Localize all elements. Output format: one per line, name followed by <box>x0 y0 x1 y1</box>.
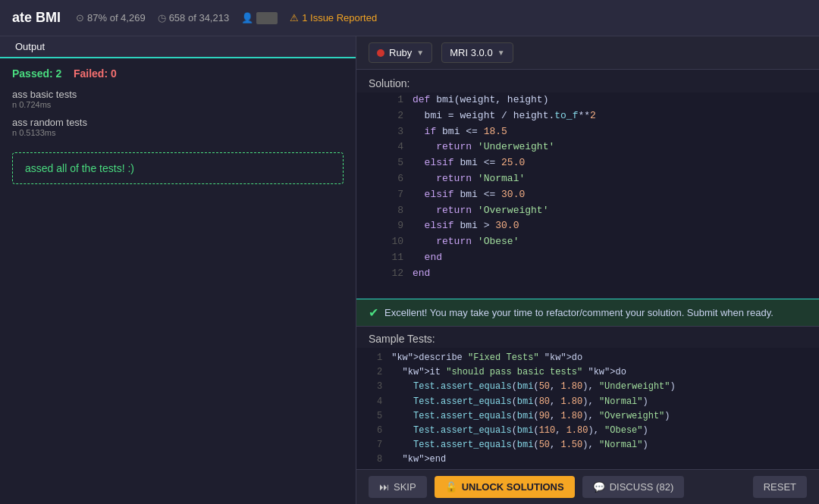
success-text: Excellent! You may take your time to ref… <box>384 307 774 318</box>
line-number: 1 <box>356 351 391 365</box>
skip-icon: ⏭ <box>379 481 389 493</box>
sample-code-row: 6 Test.assert_equals(bmi(110, 1.80), "Ob… <box>356 424 819 438</box>
line-number: 2 <box>356 108 413 124</box>
code-content: elsif bmi <= 25.0 <box>413 155 819 171</box>
ruby-dot <box>377 49 384 57</box>
stat-avatar: 👤 <box>241 12 278 24</box>
warning-icon: ⚠ <box>290 12 299 23</box>
code-content: end <box>413 250 819 266</box>
sample-tests-label: Sample Tests: <box>356 326 819 348</box>
code-row: 5 elsif bmi <= 25.0 <box>356 155 819 171</box>
sample-code-row: 4 Test.assert_equals(bmi(80, 1.80), "Nor… <box>356 395 819 409</box>
line-number: 4 <box>356 139 413 155</box>
code-table: 1 def bmi(weight, height) 2 bmi = weight… <box>356 92 819 282</box>
test-label: ass basic tests <box>12 89 344 100</box>
code-editor[interactable]: 1 def bmi(weight, height) 2 bmi = weight… <box>356 92 819 299</box>
language-label: Ruby <box>389 47 412 58</box>
chevron-down-icon-version: ▼ <box>497 49 505 57</box>
percent-icon: ⊙ <box>76 12 84 23</box>
avatar <box>256 12 278 24</box>
sample-code-row: 5 Test.assert_equals(bmi(90, 1.80), "Ove… <box>356 409 819 424</box>
sample-code-row: 3 Test.assert_equals(bmi(50, 1.80), "Und… <box>356 380 819 394</box>
test-section: ass random tests n 0.5133ms <box>12 117 344 137</box>
code-content: end <box>413 266 819 282</box>
code-row: 8 return 'Overweight' <box>356 203 819 219</box>
code-row: 11 end <box>356 250 819 266</box>
output-content: Passed: 2 Failed: 0 ass basic tests n 0.… <box>0 58 356 504</box>
line-number: 2 <box>356 365 391 380</box>
line-number: 12 <box>356 266 413 282</box>
stat-percent: ⊙ 87% of 4,269 <box>76 12 146 23</box>
test-time: n 0.5133ms <box>12 128 344 137</box>
line-number: 4 <box>356 395 391 409</box>
unlock-solutions-button[interactable]: 🔓 UNLOCK SOLUTIONS <box>435 476 575 498</box>
left-panel: Output Passed: 2 Failed: 0 ass basic tes… <box>0 36 356 504</box>
code-content: return 'Normal' <box>413 171 819 187</box>
code-content: elsif bmi > 30.0 <box>413 218 819 234</box>
version-selector[interactable]: MRI 3.0.0 ▼ <box>441 42 513 63</box>
line-number: 11 <box>356 250 413 266</box>
sample-code-row: 1 "kw">describe "Fixed Tests" "kw">do <box>356 351 819 365</box>
code-row: 7 elsif bmi <= 30.0 <box>356 187 819 203</box>
lang-bar: Ruby ▼ MRI 3.0.0 ▼ <box>356 36 819 70</box>
code-content: return 'Underweight' <box>413 139 819 155</box>
code-content: def bmi(weight, height) <box>413 92 819 108</box>
test-section: ass basic tests n 0.724ms <box>12 89 344 109</box>
line-number: 3 <box>356 124 413 140</box>
code-content: "kw">it "should pass basic tests" "kw">d… <box>391 365 819 380</box>
right-panel: Ruby ▼ MRI 3.0.0 ▼ Solution: 1 def bmi(w… <box>356 36 819 504</box>
code-content: if bmi <= 18.5 <box>413 124 819 140</box>
code-content: Test.assert_equals(bmi(80, 1.80), "Norma… <box>391 395 819 409</box>
bottom-actions: ⏭ SKIP 🔓 UNLOCK SOLUTIONS 💬 DISCUSS (82)… <box>356 469 819 504</box>
user-icon: 👤 <box>241 12 253 23</box>
code-row: 3 if bmi <= 18.5 <box>356 124 819 140</box>
sample-code[interactable]: 1 "kw">describe "Fixed Tests" "kw">do 2 … <box>356 348 819 469</box>
issue-badge: ⚠ 1 Issue Reported <box>290 12 377 23</box>
lock-icon: 🔓 <box>445 481 457 493</box>
test-sections: ass basic tests n 0.724ms ass random tes… <box>12 89 344 137</box>
reset-button[interactable]: RESET <box>753 476 807 498</box>
check-icon: ✔ <box>369 305 378 320</box>
code-row: 6 return 'Normal' <box>356 171 819 187</box>
output-tab[interactable]: Output <box>0 36 356 58</box>
line-number: 8 <box>356 203 413 219</box>
code-content: Test.assert_equals(bmi(110, 1.80), "Obes… <box>391 424 819 438</box>
code-row: 10 return 'Obese' <box>356 234 819 250</box>
code-row: 2 bmi = weight / height.to_f**2 <box>356 108 819 124</box>
top-bar: ate BMI ⊙ 87% of 4,269 ◷ 658 of 34,213 👤… <box>0 0 819 36</box>
code-content: Test.assert_equals(bmi(90, 1.80), "Overw… <box>391 409 819 424</box>
code-row: 12 end <box>356 266 819 282</box>
line-number: 7 <box>356 438 391 452</box>
line-number: 9 <box>356 218 413 234</box>
main-content: Output Passed: 2 Failed: 0 ass basic tes… <box>0 36 819 504</box>
code-content: return 'Overweight' <box>413 203 819 219</box>
line-number: 1 <box>356 92 413 108</box>
code-row: 9 elsif bmi > 30.0 <box>356 218 819 234</box>
code-content: bmi = weight / height.to_f**2 <box>413 108 819 124</box>
sample-code-row: 8 "kw">end <box>356 452 819 467</box>
discuss-button[interactable]: 💬 DISCUSS (82) <box>582 476 685 498</box>
top-bar-stats: ⊙ 87% of 4,269 ◷ 658 of 34,213 👤 ⚠ 1 Iss… <box>76 12 377 24</box>
code-content: "kw">end <box>391 452 819 467</box>
stat-completions: ◷ 658 of 34,213 <box>158 12 230 23</box>
sample-code-row: 2 "kw">it "should pass basic tests" "kw"… <box>356 365 819 380</box>
chevron-down-icon: ▼ <box>416 49 424 57</box>
passed-count: Passed: 2 <box>12 67 61 80</box>
code-content: Test.assert_equals(bmi(50, 1.50), "Norma… <box>391 438 819 452</box>
line-number: 3 <box>356 380 391 394</box>
test-label: ass random tests <box>12 117 344 128</box>
code-row: 1 def bmi(weight, height) <box>356 92 819 108</box>
chat-icon: 💬 <box>593 481 605 493</box>
version-label: MRI 3.0.0 <box>450 47 492 58</box>
sample-code-row: 7 Test.assert_equals(bmi(50, 1.50), "Nor… <box>356 438 819 452</box>
code-content: "kw">describe "Fixed Tests" "kw">do <box>391 351 819 365</box>
code-row: 4 return 'Underweight' <box>356 139 819 155</box>
success-message-bar: ✔ Excellent! You may take your time to r… <box>356 299 819 326</box>
test-summary: Passed: 2 Failed: 0 <box>12 67 344 80</box>
success-message: assed all of the tests! :) <box>25 162 134 174</box>
line-number: 5 <box>356 155 413 171</box>
solution-label: Solution: <box>356 70 819 92</box>
skip-button[interactable]: ⏭ SKIP <box>369 476 427 498</box>
language-selector[interactable]: Ruby ▼ <box>369 42 432 63</box>
failed-count: Failed: 0 <box>74 67 117 80</box>
